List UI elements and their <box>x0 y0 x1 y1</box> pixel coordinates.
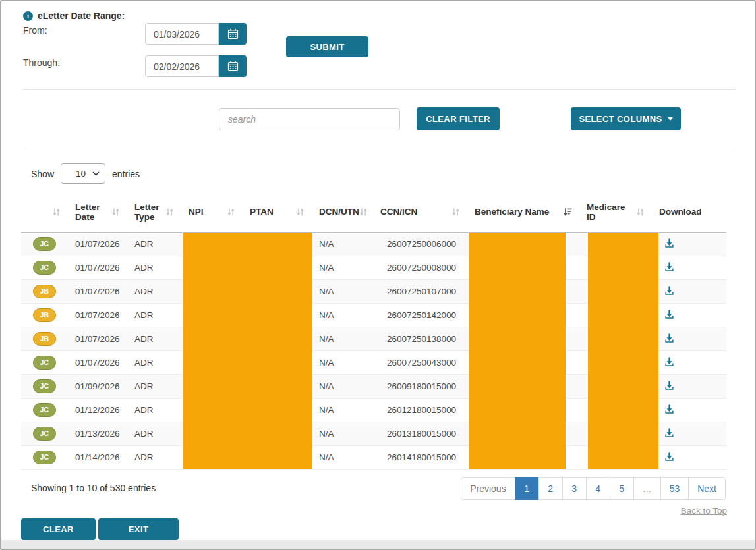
download-button[interactable] <box>664 404 674 414</box>
letter-type-cell: ADR <box>127 398 181 422</box>
jurisdiction-cell: JC <box>21 350 67 374</box>
column-header-jurisdiction[interactable] <box>21 192 67 232</box>
ccn-icn-cell: 26007250107000 <box>372 279 467 303</box>
download-button[interactable] <box>664 427 674 438</box>
pagination-page-5[interactable]: 5 <box>610 477 634 500</box>
footer-strip <box>1 540 755 549</box>
column-header-medicare-id[interactable]: Medicare ID <box>579 192 651 232</box>
jurisdiction-badge: JC <box>33 237 56 251</box>
download-icon <box>664 356 674 367</box>
through-calendar-button[interactable] <box>219 55 247 77</box>
ccn-icn-cell: 26007250043000 <box>372 350 467 374</box>
table-header-row: Letter Date Letter Type <box>21 192 726 232</box>
clear-filter-button[interactable]: CLEAR FILTER <box>417 107 500 130</box>
clear-button[interactable]: CLEAR <box>21 518 96 540</box>
letter-date-cell: 01/14/2026 <box>67 445 127 469</box>
through-date-input[interactable] <box>145 55 219 77</box>
letter-type-cell: ADR <box>127 422 181 445</box>
from-label: From: <box>23 25 47 36</box>
download-cell <box>651 398 726 422</box>
download-button[interactable] <box>664 356 674 367</box>
column-header-beneficiary-name[interactable]: Beneficiary Name <box>467 192 579 232</box>
download-button[interactable] <box>664 238 674 248</box>
pagination-ellipsis: … <box>633 477 661 500</box>
column-header-letter-type[interactable]: Letter Type <box>127 192 181 232</box>
letter-type-cell: ADR <box>127 327 181 350</box>
column-header-ccn-icn[interactable]: CCN/ICN <box>372 192 467 232</box>
submit-button[interactable]: SUBMIT <box>286 36 368 57</box>
letter-date-cell: 01/07/2026 <box>67 256 127 279</box>
pagination-page-53[interactable]: 53 <box>660 477 689 500</box>
jurisdiction-badge: JB <box>33 285 56 298</box>
download-icon <box>664 285 674 296</box>
pagination-page-3[interactable]: 3 <box>562 477 587 500</box>
eletters-page: eLetter Date Range: From: SUBMIT Through… <box>0 0 756 550</box>
download-button[interactable] <box>664 380 674 391</box>
ccn-icn-cell: 26007250006000 <box>372 232 467 256</box>
jurisdiction-cell: JC <box>21 256 67 279</box>
select-columns-button[interactable]: SELECT COLUMNS <box>571 107 681 130</box>
download-cell <box>651 303 726 327</box>
calendar-icon <box>227 61 239 72</box>
download-cell <box>651 422 726 445</box>
info-icon[interactable] <box>23 11 33 21</box>
exit-button[interactable]: EXIT <box>98 518 179 540</box>
letter-date-cell: 01/07/2026 <box>67 327 127 350</box>
jurisdiction-badge: JC <box>33 451 56 464</box>
pagination-next[interactable]: Next <box>688 477 726 500</box>
download-cell <box>651 445 726 469</box>
dcn-utn-cell: N/A <box>311 374 372 398</box>
download-icon <box>664 451 674 462</box>
jurisdiction-cell: JC <box>21 445 67 469</box>
download-button[interactable] <box>664 333 674 343</box>
jurisdiction-cell: JB <box>21 327 67 350</box>
jurisdiction-badge: JC <box>33 356 56 370</box>
search-input[interactable] <box>219 108 400 130</box>
sort-icon <box>359 207 368 217</box>
redaction-overlay-npi-ptan <box>183 233 312 469</box>
column-header-ptan[interactable]: PTAN <box>242 192 311 232</box>
eletters-table: Letter Date Letter Type <box>21 192 726 470</box>
ccn-icn-cell: 26013180015000 <box>372 422 467 445</box>
pagination-page-1[interactable]: 1 <box>515 477 539 500</box>
download-button[interactable] <box>664 451 674 462</box>
download-icon <box>664 404 674 414</box>
download-cell <box>651 279 726 303</box>
ccn-icn-cell: 26014180015000 <box>372 445 467 469</box>
column-header-dcn-utn[interactable]: DCN/UTN <box>311 192 372 232</box>
ccn-icn-cell: 26007250138000 <box>372 327 467 350</box>
letter-type-cell: ADR <box>127 303 181 327</box>
pagination-page-4[interactable]: 4 <box>586 477 610 500</box>
pagination-page-2[interactable]: 2 <box>538 477 563 500</box>
download-button[interactable] <box>664 261 674 272</box>
jurisdiction-badge: JB <box>33 308 56 322</box>
download-button[interactable] <box>664 309 674 319</box>
jurisdiction-badge: JC <box>33 261 56 275</box>
letter-type-cell: ADR <box>127 374 181 398</box>
download-icon <box>664 309 674 319</box>
column-header-npi[interactable]: NPI <box>181 192 242 232</box>
pagination: Previous12345…53Next <box>461 477 726 500</box>
select-columns-label: SELECT COLUMNS <box>579 114 662 124</box>
caret-down-icon <box>668 117 673 121</box>
download-icon <box>664 261 674 272</box>
sort-icon <box>227 207 235 217</box>
back-to-top-link[interactable]: Back to Top <box>681 506 727 516</box>
dcn-utn-cell: N/A <box>311 303 372 327</box>
jurisdiction-cell: JB <box>21 279 67 303</box>
pagination-previous[interactable]: Previous <box>461 477 515 500</box>
entries-select[interactable]: 10 <box>61 163 105 184</box>
from-date-input[interactable] <box>145 23 219 45</box>
sort-icon <box>636 207 645 217</box>
letter-date-cell: 01/09/2026 <box>67 374 127 398</box>
dcn-utn-cell: N/A <box>311 350 372 374</box>
column-header-letter-date[interactable]: Letter Date <box>67 192 127 232</box>
through-label: Through: <box>23 57 60 68</box>
download-button[interactable] <box>664 285 674 296</box>
ccn-icn-cell: 26007250142000 <box>372 303 467 327</box>
letter-date-cell: 01/13/2026 <box>67 422 127 445</box>
sort-icon <box>165 207 174 217</box>
from-calendar-button[interactable] <box>219 23 247 45</box>
sort-active-icon <box>563 207 572 217</box>
jurisdiction-cell: JB <box>21 303 67 327</box>
